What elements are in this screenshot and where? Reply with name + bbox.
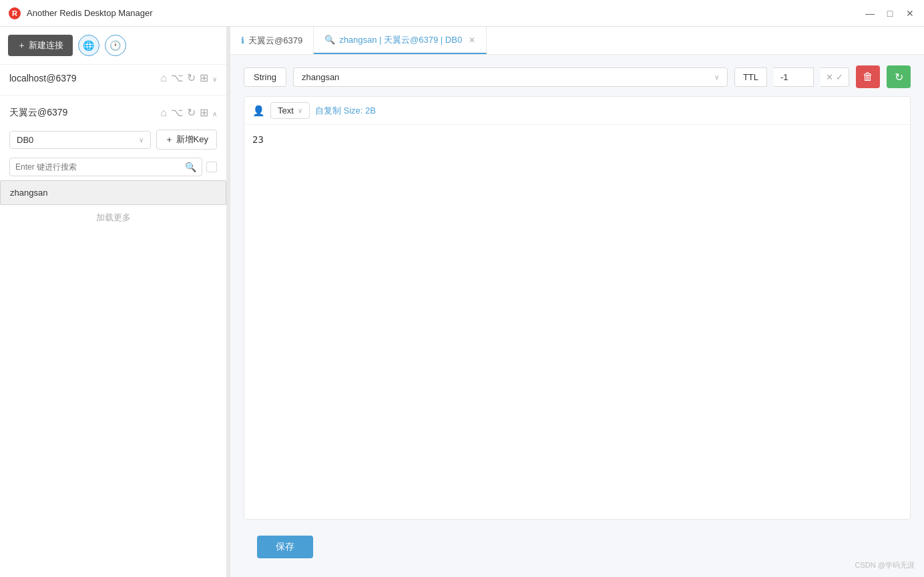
terminal-icon-localhost[interactable]: ⌥ (171, 71, 183, 84)
key-list: zhangsan 加载更多 (0, 180, 226, 577)
conn-name-tianyiyun: 天翼云@6379 (9, 107, 67, 119)
ttl-clear-icon[interactable]: ✕ (826, 72, 833, 82)
refresh-icon-tianyiyun[interactable]: ↻ (187, 106, 196, 119)
app-logo: R (8, 7, 21, 20)
connection-tianyiyun: 天翼云@6379 ⌂ ⌥ ↻ ⊞ (0, 100, 226, 126)
conn-actions-tianyiyun: ⌂ ⌥ ↻ ⊞ (160, 106, 217, 119)
key-meta-row: String zhangsan ∨ TTL ✕ ✓ 🗑 ↻ (244, 65, 911, 88)
app-title: Another Redis Desktop Manager (27, 8, 864, 18)
format-chevron-icon: ∨ (298, 107, 302, 114)
tab-close-button[interactable]: ✕ (469, 35, 475, 45)
db-chevron-icon: ∨ (139, 136, 144, 144)
key-type-badge: String (244, 67, 286, 87)
titlebar: R Another Redis Desktop Manager — □ ✕ (0, 0, 924, 27)
globe-icon: 🌐 (83, 40, 94, 51)
grid-icon-localhost[interactable]: ⊞ (200, 71, 208, 84)
new-connection-button[interactable]: ＋ 新建连接 (8, 35, 73, 56)
info-icon: ℹ (241, 35, 244, 45)
key-item-zhangsan[interactable]: zhangsan (0, 180, 226, 205)
load-more-button[interactable]: 加载更多 (0, 205, 226, 230)
ttl-confirm-icon[interactable]: ✓ (836, 72, 843, 82)
content-area: ℹ 天翼云@6379 🔍 zhangsan | 天翼云@6379 | DB0 ✕… (230, 27, 924, 577)
filter-checkbox[interactable] (206, 162, 217, 172)
refresh-icon-localhost[interactable]: ↻ (187, 71, 196, 84)
conn-actions-localhost: ⌂ ⌥ ↻ ⊞ (160, 71, 217, 84)
search-input-wrap: 🔍 (9, 158, 202, 176)
save-button[interactable]: 保存 (257, 536, 313, 558)
format-selector[interactable]: Text ∨ (270, 102, 310, 119)
sidebar: ＋ 新建连接 🌐 🕐 localhost@6379 ⌂ ⌥ ↻ ⊞ (0, 27, 227, 577)
conn-name-localhost: localhost@6379 (9, 73, 77, 83)
search-icon: 🔍 (185, 162, 196, 172)
tab-key[interactable]: 🔍 zhangsan | 天翼云@6379 | DB0 ✕ (314, 27, 487, 54)
watermark: CSDN @学码无涯 (855, 560, 915, 570)
home-icon-tianyiyun[interactable]: ⌂ (160, 107, 167, 119)
expand-icon-localhost[interactable] (212, 72, 217, 84)
conn-header-localhost: localhost@6379 ⌂ ⌥ ↻ ⊞ (9, 71, 217, 84)
search-input[interactable] (15, 162, 185, 172)
value-section: 👤 Text ∨ 自复制 Size: 2B 23 (244, 96, 911, 520)
terminal-icon-tianyiyun[interactable]: ⌥ (171, 106, 183, 119)
svg-text:R: R (12, 9, 17, 17)
key-details: String zhangsan ∨ TTL ✕ ✓ 🗑 ↻ (230, 55, 924, 577)
copy-info[interactable]: 自复制 Size: 2B (315, 105, 376, 117)
db-selector[interactable]: DB0 ∨ (9, 131, 151, 149)
format-selected-value: Text (278, 106, 294, 116)
tab-info[interactable]: ℹ 天翼云@6379 (230, 27, 314, 54)
refresh-icon: ↻ (895, 71, 903, 83)
conn-header-tianyiyun: 天翼云@6379 ⌂ ⌥ ↻ ⊞ (9, 106, 217, 119)
format-icon: 👤 (252, 105, 265, 117)
db-selector-value: DB0 (17, 135, 33, 145)
delete-key-button[interactable]: 🗑 (856, 65, 880, 88)
tab-info-label: 天翼云@6379 (248, 35, 302, 47)
tab-search-icon: 🔍 (324, 35, 335, 45)
grid-icon-tianyiyun[interactable]: ⊞ (200, 106, 208, 119)
key-item-name: zhangsan (10, 188, 47, 198)
value-textarea[interactable]: 23 (244, 125, 910, 519)
key-name-value: zhangsan (302, 72, 339, 82)
home-icon-localhost[interactable]: ⌂ (160, 72, 167, 84)
key-name-field[interactable]: zhangsan ∨ (293, 67, 728, 87)
ttl-label: TTL (734, 67, 767, 87)
minimize-button[interactable]: — (864, 7, 876, 19)
ttl-actions: ✕ ✓ (821, 67, 849, 87)
sidebar-toolbar: ＋ 新建连接 🌐 🕐 (0, 27, 226, 65)
collapse-icon-tianyiyun[interactable] (212, 107, 217, 119)
history-tab-button[interactable]: 🕐 (105, 35, 126, 56)
value-toolbar: 👤 Text ∨ 自复制 Size: 2B (244, 97, 910, 125)
main-container: ＋ 新建连接 🌐 🕐 localhost@6379 ⌂ ⌥ ↻ ⊞ (0, 27, 924, 577)
connection-localhost: localhost@6379 ⌂ ⌥ ↻ ⊞ (0, 65, 226, 91)
close-button[interactable]: ✕ (904, 7, 916, 19)
trash-icon: 🗑 (863, 71, 873, 83)
connection-tab-button[interactable]: 🌐 (78, 35, 99, 56)
clock-icon: 🕐 (109, 40, 121, 51)
ttl-input[interactable] (774, 67, 814, 87)
chevron-down-icon: ∨ (714, 73, 719, 81)
tabs-bar: ℹ 天翼云@6379 🔍 zhangsan | 天翼云@6379 | DB0 ✕ (230, 27, 924, 55)
search-row: 🔍 (0, 154, 226, 180)
action-row: 保存 (244, 528, 911, 566)
window-controls: — □ ✕ (864, 7, 916, 19)
divider-1 (0, 95, 226, 95)
refresh-key-button[interactable]: ↻ (887, 65, 911, 88)
tab-key-label: zhangsan | 天翼云@6379 | DB0 (339, 34, 462, 46)
add-key-button[interactable]: ＋ 新增Key (156, 130, 217, 150)
maximize-button[interactable]: □ (884, 7, 896, 19)
db-selector-row: DB0 ∨ ＋ 新增Key (0, 126, 226, 154)
